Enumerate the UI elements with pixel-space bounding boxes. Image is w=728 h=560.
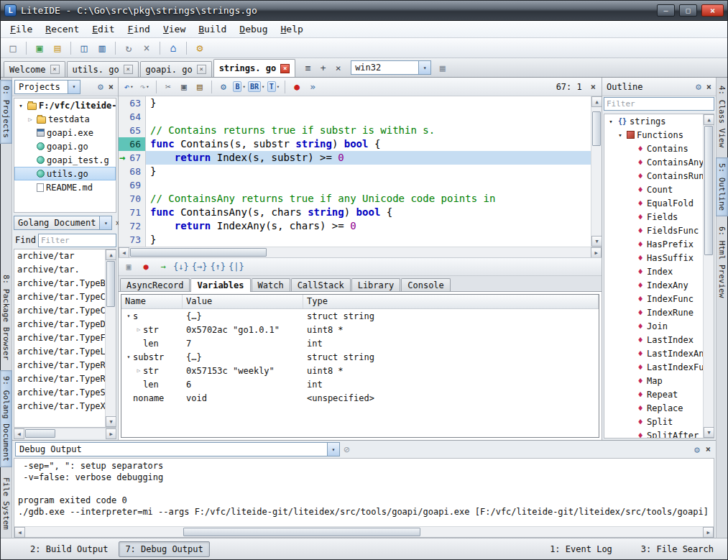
- outline-item[interactable]: ♦IndexFunc: [604, 292, 703, 306]
- code-lines[interactable]: 63}6465// Contains returns true if subst…: [119, 96, 591, 247]
- code-line[interactable]: 66func Contains(s, substr string) bool {: [119, 137, 591, 151]
- outline-item[interactable]: ♦HasSuffix: [604, 251, 703, 265]
- menu-item-debug[interactable]: Debug: [233, 22, 274, 37]
- scrollbar-track[interactable]: [106, 260, 116, 416]
- doc-list-item[interactable]: archive/tar.TypeRe: [14, 372, 105, 386]
- scrollbar-track[interactable]: [129, 247, 591, 257]
- close-panel-icon[interactable]: ×: [106, 82, 116, 92]
- build-icon[interactable]: B▾: [232, 80, 246, 94]
- outline-item[interactable]: ♦EqualFold: [604, 196, 703, 210]
- close-tab-icon[interactable]: ×: [197, 65, 206, 74]
- project-tree-item[interactable]: goapi_test.g: [14, 153, 116, 167]
- code-editor[interactable]: 63}6465// Contains returns true if subst…: [119, 96, 602, 247]
- debug-record-icon[interactable]: ●: [290, 80, 304, 94]
- chevron-down-icon[interactable]: ▾: [242, 84, 245, 90]
- outline-item[interactable]: ▾{}strings: [604, 114, 703, 128]
- code-line[interactable]: 65// Contains returns true if substr is …: [119, 124, 591, 137]
- menu-item-find[interactable]: Find: [121, 22, 157, 37]
- doc-list-item[interactable]: archive/tar.TypeDir: [14, 318, 105, 331]
- menu-item-recent[interactable]: Recent: [39, 22, 86, 37]
- copy-icon[interactable]: ▣: [177, 80, 191, 94]
- close-tab-icon[interactable]: ×: [124, 65, 133, 74]
- variable-row[interactable]: ▾substr{…}struct string: [121, 350, 599, 364]
- expander-icon[interactable]: ▾: [124, 313, 133, 319]
- outline-item[interactable]: ♦Count: [604, 183, 703, 196]
- outline-item[interactable]: ♦Map: [604, 374, 703, 387]
- outline-item[interactable]: ♦Contains: [604, 142, 703, 155]
- variable-row[interactable]: ▷str0x5702ac "go1.0.1"uint8 *: [121, 323, 599, 336]
- code-line[interactable]: 68}: [119, 165, 591, 178]
- debug-tab-callstack[interactable]: CallStack: [291, 278, 351, 291]
- outline-item[interactable]: ♦Fields: [604, 210, 703, 224]
- step-out-icon[interactable]: {↑}: [210, 260, 226, 274]
- variable-row[interactable]: len7int: [121, 336, 599, 350]
- code-line[interactable]: 69: [119, 178, 591, 192]
- scroll-left-icon[interactable]: ◀: [14, 527, 25, 538]
- side-tab[interactable]: 9: Golang Document: [0, 370, 12, 467]
- doc-list-item[interactable]: archive/tar.TypeCo: [14, 304, 105, 318]
- debug-output-lines[interactable]: -sep=", ": setup separators -v=false: ve…: [14, 459, 714, 526]
- column-header[interactable]: Name: [121, 295, 183, 308]
- debug-output-combo[interactable]: Debug Output ▾: [15, 442, 340, 456]
- outline-item[interactable]: ▾Functions: [604, 128, 703, 142]
- doc-list-item[interactable]: archive/tar.TypeXG: [14, 400, 105, 413]
- scroll-left-icon[interactable]: ◀: [14, 428, 24, 439]
- doc-list-item[interactable]: archive/tar.TypeCh: [14, 290, 105, 304]
- scrollbar-track[interactable]: [25, 527, 703, 537]
- continue-icon[interactable]: →: [156, 260, 170, 274]
- paste-icon[interactable]: ▤: [193, 80, 207, 94]
- scroll-left-icon[interactable]: ◀: [119, 247, 129, 258]
- outline-item[interactable]: ♦Repeat: [604, 387, 703, 401]
- debug-tab-asyncrecord[interactable]: AsyncRecord: [120, 278, 190, 291]
- scroll-down-icon[interactable]: ▼: [106, 416, 116, 427]
- chevron-down-icon[interactable]: ▾: [68, 81, 80, 93]
- target-combo[interactable]: win32 ▾: [351, 60, 431, 75]
- doc-list-item[interactable]: archive/tar.TypeLin: [14, 345, 105, 359]
- scrollbar-thumb[interactable]: [130, 248, 267, 257]
- debug-output-horizontal-scrollbar[interactable]: ◀ ▶: [14, 526, 714, 537]
- outline-item[interactable]: ♦Split: [604, 415, 703, 428]
- side-tab[interactable]: File System: [0, 472, 12, 536]
- code-line[interactable]: 70// ContainsAny returns true if any Uni…: [119, 192, 591, 206]
- scroll-up-icon[interactable]: ▲: [704, 114, 714, 125]
- step-over-icon[interactable]: {→}: [192, 260, 208, 274]
- minimize-button[interactable]: –: [657, 4, 675, 17]
- chevron-down-icon[interactable]: ▾: [262, 84, 264, 90]
- close-panel-icon[interactable]: ×: [704, 82, 714, 92]
- tab-list-icon[interactable]: ≡: [301, 61, 315, 75]
- side-tab[interactable]: 5: Outline: [716, 157, 728, 216]
- outline-item[interactable]: ♦ContainsRun: [604, 169, 703, 183]
- environment-button[interactable]: ▦: [436, 61, 449, 75]
- status-toggle[interactable]: 3: File Search: [635, 541, 720, 557]
- editor-horizontal-scrollbar[interactable]: ◀ ▶: [119, 247, 602, 257]
- test-icon[interactable]: T▾: [266, 80, 280, 94]
- expander-icon[interactable]: ▷: [134, 367, 143, 374]
- scroll-down-icon[interactable]: ▼: [704, 427, 714, 438]
- editor-tab[interactable]: utils. go×: [67, 61, 139, 77]
- status-toggle[interactable]: 7: Debug Output: [119, 541, 209, 557]
- projects-view-combo[interactable]: Projects ▾: [14, 80, 80, 94]
- close-editor-icon[interactable]: ×: [588, 82, 599, 92]
- menu-item-file[interactable]: File: [4, 22, 39, 37]
- gear-icon[interactable]: ⚙: [696, 81, 701, 92]
- chevron-down-icon[interactable]: ▾: [130, 84, 133, 90]
- variable-row[interactable]: ▾s{…}struct string: [121, 309, 599, 323]
- open-folder-icon[interactable]: ▤: [50, 40, 65, 56]
- variable-row[interactable]: nonamevoid<unspecified>: [121, 391, 599, 405]
- editor-tab[interactable]: strings. go×: [213, 59, 295, 77]
- editor-tab[interactable]: goapi. go×: [140, 61, 212, 77]
- gear-icon[interactable]: ⚙: [694, 444, 700, 455]
- add-tab-icon[interactable]: +: [316, 61, 330, 75]
- outline-item[interactable]: ♦ContainsAny: [604, 155, 703, 169]
- side-tab[interactable]: 6: Html Preview: [716, 221, 728, 303]
- redo-icon[interactable]: ↷▾: [137, 80, 152, 94]
- build-run-icon[interactable]: BR▾: [248, 80, 264, 94]
- expander-icon[interactable]: ▾: [607, 118, 615, 125]
- scroll-up-icon[interactable]: ▲: [591, 96, 602, 107]
- outline-item[interactable]: ♦Index: [604, 265, 703, 278]
- close-file-icon[interactable]: ×: [139, 40, 155, 56]
- project-tree-item[interactable]: goapi.go: [14, 139, 116, 153]
- step-into-icon[interactable]: {↓}: [173, 260, 189, 274]
- scroll-right-icon[interactable]: ▶: [703, 527, 714, 538]
- scrollbar-thumb[interactable]: [106, 261, 115, 307]
